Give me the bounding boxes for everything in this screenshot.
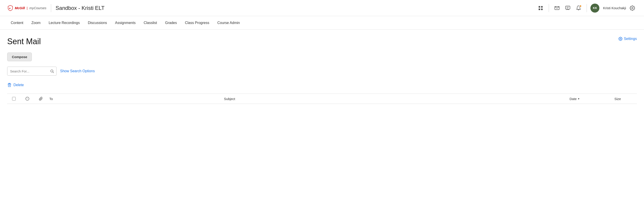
- nav-item-class-progress[interactable]: Class Progress: [182, 19, 213, 27]
- avatar[interactable]: KK: [590, 4, 600, 12]
- my-courses-text: myCourses: [29, 6, 46, 10]
- main-content: Sent Mail Settings Compose Show Search O…: [0, 30, 644, 104]
- table-header: ! To Subject Date ▼ Size: [7, 94, 637, 104]
- select-all-checkbox[interactable]: [12, 97, 16, 100]
- compose-button[interactable]: Compose: [7, 52, 32, 61]
- delete-button[interactable]: Delete: [14, 83, 24, 87]
- course-title: Sandbox - Kristi ELT: [56, 5, 104, 11]
- nav-item-lecture-recordings[interactable]: Lecture Recordings: [45, 19, 84, 27]
- page-header: Sent Mail Settings: [7, 37, 637, 46]
- grid-icon: [538, 6, 543, 11]
- nav-item-content[interactable]: Content: [7, 19, 27, 27]
- mail-icon: [554, 6, 560, 11]
- col-to-label: To: [49, 97, 53, 101]
- svg-rect-13: [9, 83, 10, 84]
- mcgill-logo: M McGill | myCourses: [7, 5, 46, 11]
- delete-trash-icon: [7, 83, 12, 87]
- search-input[interactable]: [8, 67, 48, 76]
- svg-point-9: [632, 8, 633, 9]
- show-search-options-link[interactable]: Show Search Options: [60, 69, 95, 73]
- col-date-label: Date: [570, 97, 577, 101]
- settings-label: Settings: [624, 37, 637, 41]
- notification-dot: [580, 5, 582, 7]
- user-name-label: Kristi Kouchakji: [603, 6, 626, 10]
- sort-arrow-icon: ▼: [578, 98, 580, 100]
- settings-gear-button[interactable]: [628, 4, 637, 12]
- settings-link-gear-icon: [618, 37, 622, 41]
- nav-item-classlist[interactable]: Classlist: [140, 19, 161, 27]
- header-divider: [51, 4, 51, 12]
- search-input-wrapper: [7, 67, 56, 76]
- nav-item-course-admin[interactable]: Course Admin: [214, 19, 244, 27]
- icon-divider-1: [549, 4, 549, 12]
- paperclip-icon: [39, 96, 43, 101]
- search-icon: [50, 69, 54, 73]
- mcgill-text: McGill: [15, 6, 25, 10]
- icon-divider-2: [586, 4, 587, 12]
- svg-rect-3: [538, 8, 540, 10]
- mcgill-shield-icon: M: [7, 5, 14, 11]
- table-col-size-header: Size: [614, 97, 637, 101]
- col-size-label: Size: [614, 97, 621, 101]
- page-title: Sent Mail: [7, 37, 41, 46]
- header-right: KK Kristi Kouchakji: [536, 4, 637, 12]
- mail-button[interactable]: [552, 4, 562, 12]
- col-subject-label: Subject: [224, 97, 235, 101]
- notifications-button[interactable]: [574, 4, 583, 12]
- chat-button[interactable]: [563, 4, 572, 12]
- table-col-to-header: To: [48, 97, 222, 101]
- table-col-flag: !: [21, 96, 34, 101]
- search-button[interactable]: [48, 67, 56, 76]
- nav-item-discussions[interactable]: Discussions: [84, 19, 110, 27]
- nav-item-zoom[interactable]: Zoom: [28, 19, 44, 27]
- svg-rect-2: [541, 6, 543, 8]
- table-col-checkbox: [7, 97, 21, 100]
- delete-area: Delete: [7, 83, 637, 90]
- grid-button[interactable]: [536, 4, 545, 12]
- nav-bar: Content Zoom Lecture Recordings Discussi…: [0, 16, 644, 30]
- chat-icon: [565, 6, 570, 11]
- svg-rect-1: [538, 6, 540, 8]
- svg-line-12: [53, 72, 54, 73]
- svg-text:M: M: [9, 8, 10, 10]
- table-col-date-header[interactable]: Date ▼: [570, 97, 614, 101]
- nav-item-grades[interactable]: Grades: [162, 19, 180, 27]
- logo-area: M McGill | myCourses Sandbox - Kristi EL…: [7, 4, 104, 12]
- svg-text:!: !: [27, 98, 27, 100]
- search-area: Show Search Options: [7, 67, 637, 76]
- svg-rect-4: [541, 8, 543, 10]
- svg-point-10: [620, 38, 621, 40]
- header-gear-icon: [630, 6, 635, 11]
- flag-icon: !: [25, 96, 30, 101]
- app-header: M McGill | myCourses Sandbox - Kristi EL…: [0, 0, 644, 16]
- svg-rect-6: [566, 6, 570, 9]
- nav-item-assignments[interactable]: Assignments: [112, 19, 139, 27]
- settings-link[interactable]: Settings: [618, 37, 637, 41]
- table-col-subject-header: Subject: [222, 97, 570, 101]
- table-col-attachment: [34, 96, 48, 101]
